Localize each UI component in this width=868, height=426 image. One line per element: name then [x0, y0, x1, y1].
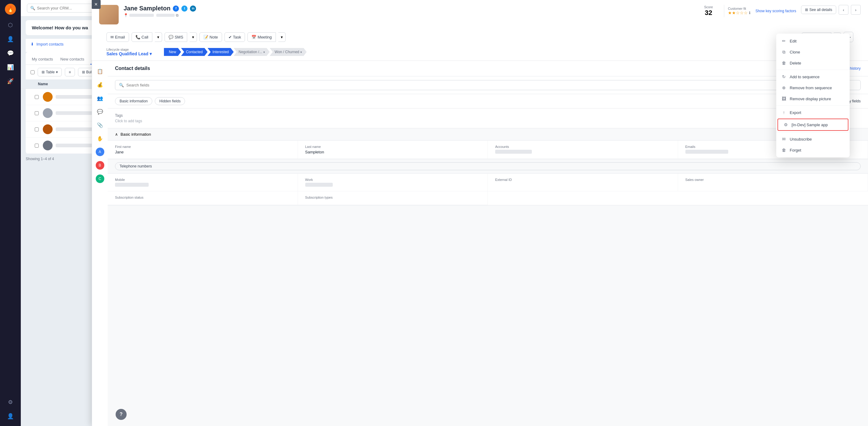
status-chip-new[interactable]: New: [164, 48, 181, 56]
table-view-btn[interactable]: ⊞ Table ▾: [38, 68, 62, 76]
sidebar-item-chat[interactable]: 💬: [4, 47, 17, 59]
tags-add-button[interactable]: Click to add tags: [115, 119, 861, 123]
context-menu: ✏ Edit ⧉ Clone 🗑 Delete ↻ Add to sequenc…: [776, 34, 850, 157]
email-icon: ✉: [111, 35, 114, 39]
field-sales-owner: Sales owner: [678, 173, 868, 191]
sms-label: SMS: [175, 35, 183, 39]
sidebar-details-icon[interactable]: 📋: [94, 66, 105, 77]
twitter-icon[interactable]: t: [181, 5, 187, 11]
email-label: Email: [115, 35, 125, 39]
field-tag-telephone[interactable]: Telephone numbers: [115, 162, 861, 170]
row-checkbox[interactable]: [31, 111, 43, 115]
menu-item-delete[interactable]: 🗑 Delete: [776, 58, 850, 68]
facebook-icon[interactable]: f: [173, 5, 179, 11]
crm-search-bar[interactable]: 🔍: [27, 4, 94, 12]
field-tag-basic[interactable]: Basic information: [115, 97, 152, 105]
mobile-value: [115, 183, 149, 187]
note-button[interactable]: 📝 Note: [199, 32, 222, 42]
export-label: Export: [790, 110, 801, 115]
sidebar-attachments-icon[interactable]: 📎: [94, 120, 105, 130]
menu-item-forget[interactable]: 🗑 Forget: [776, 144, 850, 156]
task-button[interactable]: ✔ Task: [224, 32, 245, 42]
status-chip-contacted[interactable]: Contacted: [181, 48, 208, 56]
help-button[interactable]: ?: [116, 409, 127, 420]
export-icon: ↑: [781, 110, 787, 115]
row-checkbox[interactable]: [31, 95, 43, 99]
menu-item-unsubscribe[interactable]: ✉ Unsubscribe: [776, 134, 850, 144]
next-button[interactable]: ›: [851, 5, 861, 15]
sms-icon: 💬: [168, 35, 174, 39]
search-fields-bar: 🔍: [108, 76, 868, 94]
menu-item-edit[interactable]: ✏ Edit: [776, 35, 850, 46]
edit-label: Edit: [790, 39, 797, 43]
row-checkbox[interactable]: [31, 144, 43, 148]
contact-avatar: [99, 5, 119, 25]
sms-dropdown[interactable]: ▾: [190, 32, 197, 42]
search-fields-wrapper[interactable]: 🔍: [115, 80, 861, 90]
status-chip-won[interactable]: Won / Churned ▾: [270, 48, 307, 56]
bulk-action-icon: ⊞: [82, 70, 85, 74]
lifecycle-value-text: Sales Qualified Lead: [106, 51, 148, 56]
show-scoring-link[interactable]: Show key scoring factors: [755, 9, 796, 13]
search-fields-input[interactable]: [126, 83, 857, 88]
sidebar-item-analytics[interactable]: 📊: [4, 61, 17, 73]
sidebar-item-settings[interactable]: ⚙: [4, 396, 17, 408]
email-button[interactable]: ✉ Email: [106, 32, 129, 42]
unsubscribe-label: Unsubscribe: [790, 137, 812, 141]
basic-info-fields-grid: First name Jane Last name Sampleton Acco…: [108, 140, 868, 159]
unsubscribe-icon: ✉: [781, 136, 787, 142]
sidebar-contacts-icon[interactable]: 👥: [94, 93, 105, 104]
call-button[interactable]: 📞 Call: [131, 32, 152, 42]
call-dropdown[interactable]: ▾: [155, 32, 162, 42]
lifecycle-value[interactable]: Sales Qualified Lead ▾: [106, 51, 152, 56]
sidebar-app1-icon[interactable]: A: [94, 146, 105, 157]
prev-button[interactable]: ‹: [839, 5, 848, 15]
contact-location: 📍 ⧉: [124, 13, 692, 18]
extra-fields-grid: Subscription status Subscription types: [108, 191, 868, 205]
sidebar-app3-icon[interactable]: C: [94, 173, 105, 184]
copy-icon[interactable]: ⧉: [176, 13, 179, 18]
menu-item-add-sequence[interactable]: ↻ Add to sequence: [776, 71, 850, 82]
menu-item-remove-sequence[interactable]: ⊗ Remove from sequence: [776, 82, 850, 93]
row-checkbox[interactable]: [31, 127, 43, 131]
linkedin-icon[interactable]: in: [190, 5, 196, 11]
basic-info-title: Basic information: [121, 132, 151, 137]
crm-search-input[interactable]: [37, 6, 91, 10]
meeting-dropdown[interactable]: ▾: [278, 32, 286, 42]
menu-item-remove-picture[interactable]: 🖼 Remove display picture: [776, 93, 850, 104]
close-button[interactable]: ✕: [92, 0, 101, 9]
import-contacts-label[interactable]: Import contacts: [36, 42, 64, 46]
sidebar-app2-icon[interactable]: B: [94, 160, 105, 171]
edit-icon: ✏: [781, 38, 787, 44]
accounts-value: [495, 150, 532, 154]
menu-item-sample-app[interactable]: ⚙ [In-Dev] Sample app: [777, 119, 848, 131]
sidebar-item-rocket[interactable]: 🚀: [4, 75, 17, 88]
basic-info-section-header[interactable]: ∧ Basic information: [108, 128, 868, 140]
remove-sequence-label: Remove from sequence: [790, 86, 832, 90]
status-chip-interested[interactable]: Interested: [208, 48, 234, 56]
sidebar-item-home[interactable]: ⬡: [4, 19, 17, 31]
sidebar-item-user[interactable]: 👤: [4, 410, 17, 422]
tab-new-contacts[interactable]: New contacts: [59, 55, 85, 64]
status-chip-negotiation[interactable]: Negotiation /... ▾: [234, 48, 270, 56]
sidebar-deals-icon[interactable]: 💰: [94, 79, 105, 90]
last-name-label: Last name: [305, 145, 480, 149]
menu-item-export[interactable]: ↑ Export: [776, 107, 850, 118]
sort-btn[interactable]: ≡: [65, 68, 75, 76]
sidebar-item-contacts[interactable]: 👤: [4, 33, 17, 45]
select-all-checkbox[interactable]: [31, 70, 35, 74]
left-sidebar: 🔥 ⬡ 👤 💬 📊 🚀 ⚙ 👤: [0, 0, 21, 426]
sidebar-chat-icon[interactable]: 💬: [94, 106, 105, 117]
sms-button[interactable]: 💬 SMS: [164, 32, 187, 42]
menu-item-clone[interactable]: ⧉ Clone: [776, 46, 850, 58]
sidebar-activity-icon[interactable]: ✋: [94, 133, 105, 144]
tab-my-contacts[interactable]: My contacts: [31, 55, 54, 64]
field-external-id: External ID: [488, 173, 678, 191]
field-tag-hidden[interactable]: Hidden fields: [155, 97, 185, 105]
add-sequence-icon: ↻: [781, 74, 787, 79]
first-name-label: First name: [115, 145, 290, 149]
see-all-details-button[interactable]: ⊞ See all details: [801, 5, 836, 14]
meeting-button[interactable]: 📅 Meeting: [247, 32, 276, 42]
right-sidebar: 📋 💰 👥 💬 📎 ✋ A B C: [92, 61, 108, 426]
field-subscription-status: Subscription status: [108, 191, 298, 205]
